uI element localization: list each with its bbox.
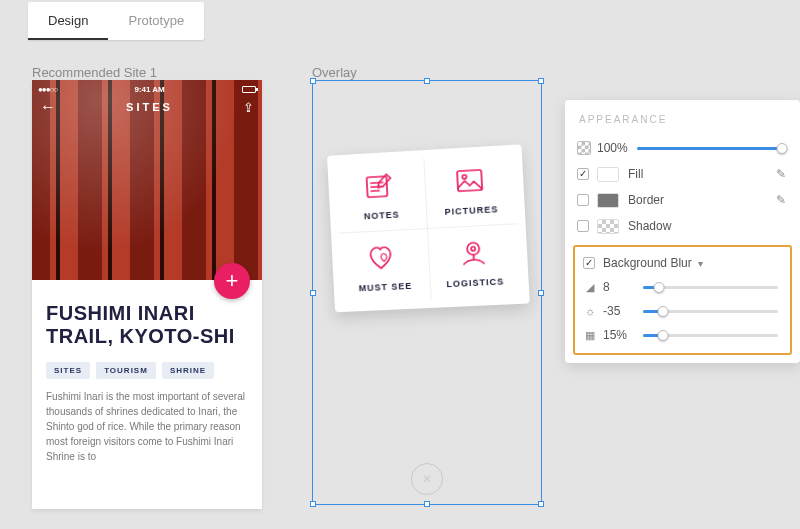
blur-amount-icon: ◢ [583, 281, 597, 294]
resize-handle[interactable] [424, 78, 430, 84]
border-swatch[interactable] [597, 193, 619, 208]
blur-amount-slider[interactable] [643, 286, 778, 289]
opacity-row: 100% [565, 135, 800, 161]
fill-swatch[interactable] [597, 167, 619, 182]
fill-label: Fill [628, 167, 643, 181]
fab-add-button: + [214, 263, 250, 299]
artboard-label-1[interactable]: Recommended Site 1 [32, 65, 157, 80]
artboard-label-2[interactable]: Overlay [312, 65, 357, 80]
panel-title: APPEARANCE [565, 100, 800, 135]
battery-icon [242, 86, 256, 93]
artboard-recommended-site[interactable]: ●●●○○ 9:41 AM ← SITES ⇪ + FUSHIMI INARI … [32, 80, 262, 509]
slider-thumb[interactable] [658, 330, 669, 341]
eyedropper-icon[interactable]: ✎ [776, 167, 786, 181]
slider-thumb[interactable] [654, 282, 665, 293]
brightness-icon: ☼ [583, 305, 597, 317]
slider-fill [637, 147, 782, 150]
appearance-panel: APPEARANCE 100% Fill ✎ Border ✎ Shadow B… [565, 100, 800, 363]
resize-handle[interactable] [538, 78, 544, 84]
overlay-close-button: ✕ [411, 463, 443, 495]
brightness-slider[interactable] [643, 310, 778, 313]
status-time: 9:41 AM [134, 85, 164, 94]
notes-icon [364, 172, 395, 203]
mode-tabs: Design Prototype [28, 2, 204, 40]
svg-rect-1 [457, 170, 482, 191]
opacity-slider[interactable] [637, 147, 782, 150]
share-icon: ⇪ [243, 100, 254, 115]
overlay-cell-must-see: MUST SEE [338, 229, 430, 304]
slider-thumb[interactable] [658, 306, 669, 317]
phone-navbar: ← SITES ⇪ [32, 98, 262, 116]
overlay-cell-label: MUST SEE [358, 280, 412, 292]
resize-handle[interactable] [310, 501, 316, 507]
noise-opacity-slider[interactable] [643, 334, 778, 337]
brightness-row: ☼ -35 [581, 299, 784, 323]
site-title: FUSHIMI INARI TRAIL, KYOTO-SHI [46, 302, 248, 348]
shadow-swatch[interactable] [597, 219, 619, 234]
chevron-down-icon[interactable]: ▾ [698, 258, 703, 269]
background-blur-checkbox[interactable] [583, 257, 595, 269]
map-pin-icon [457, 238, 489, 269]
phone-nav-title: SITES [126, 101, 173, 113]
blur-amount-row: ◢ 8 [581, 275, 784, 299]
fill-checkbox[interactable] [577, 168, 589, 180]
overlay-cell-pictures: PICTURES [423, 153, 517, 229]
background-blur-row: Background Blur ▾ [581, 251, 784, 275]
resize-handle[interactable] [310, 78, 316, 84]
svg-point-4 [471, 246, 475, 250]
background-blur-label[interactable]: Background Blur [603, 256, 692, 270]
blur-amount-value[interactable]: 8 [603, 280, 639, 294]
border-label: Border [628, 193, 664, 207]
site-description: Fushimi Inari is the most important of s… [46, 389, 248, 464]
back-arrow-icon: ← [40, 98, 56, 116]
eyedropper-icon[interactable]: ✎ [776, 193, 786, 207]
chip: SHRINE [162, 362, 214, 379]
phone-statusbar: ●●●○○ 9:41 AM [32, 83, 262, 95]
overlay-cell-notes: NOTES [335, 158, 427, 234]
shadow-row: Shadow [565, 213, 800, 239]
overlay-cell-label: LOGISTICS [446, 276, 504, 289]
opacity-icon [577, 141, 591, 155]
background-blur-group: Background Blur ▾ ◢ 8 ☼ -35 ▦ 15% [573, 245, 792, 355]
pictures-icon [454, 167, 486, 198]
svg-point-2 [462, 175, 466, 179]
chip: TOURISM [96, 362, 156, 379]
tab-prototype[interactable]: Prototype [108, 2, 204, 40]
artboard-overlay[interactable]: NOTES PICTURES MUST SEE [312, 80, 542, 505]
tab-design[interactable]: Design [28, 2, 108, 40]
overlay-cell-label: PICTURES [444, 204, 498, 217]
noise-opacity-value[interactable]: 15% [603, 328, 639, 342]
overlay-cell-label: NOTES [363, 210, 399, 222]
slider-thumb[interactable] [777, 143, 788, 154]
border-checkbox[interactable] [577, 194, 589, 206]
shadow-label: Shadow [628, 219, 671, 233]
signal-dots-icon: ●●●○○ [38, 85, 57, 94]
resize-handle[interactable] [538, 501, 544, 507]
noise-opacity-row: ▦ 15% [581, 323, 784, 347]
overlay-cell-logistics: LOGISTICS [427, 224, 521, 300]
svg-point-3 [467, 242, 480, 255]
resize-handle[interactable] [424, 501, 430, 507]
hero-image: ●●●○○ 9:41 AM ← SITES ⇪ [32, 80, 262, 280]
heart-icon [368, 243, 399, 273]
brightness-value[interactable]: -35 [603, 304, 639, 318]
border-row: Border ✎ [565, 187, 800, 213]
chip: SITES [46, 362, 90, 379]
fill-row: Fill ✎ [565, 161, 800, 187]
noise-opacity-icon: ▦ [583, 329, 597, 342]
tag-chips: SITES TOURISM SHRINE [46, 362, 248, 379]
overlay-card[interactable]: NOTES PICTURES MUST SEE [327, 144, 530, 312]
close-icon: ✕ [422, 472, 432, 486]
opacity-value[interactable]: 100% [597, 141, 633, 155]
shadow-checkbox[interactable] [577, 220, 589, 232]
